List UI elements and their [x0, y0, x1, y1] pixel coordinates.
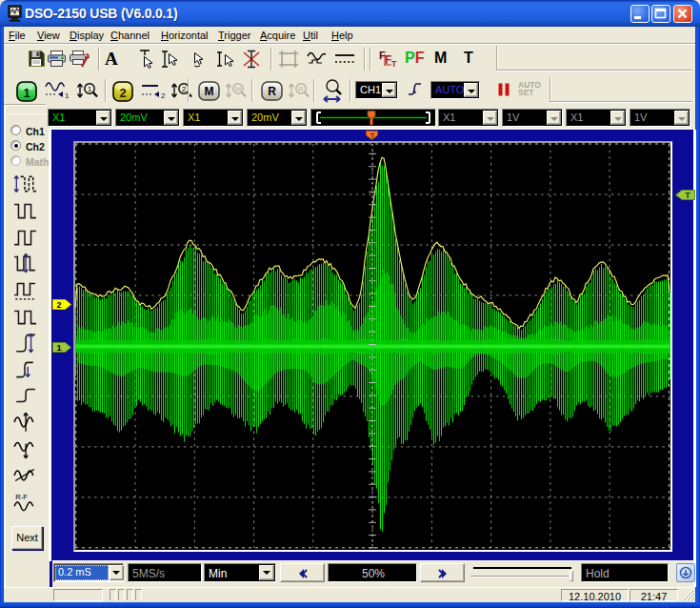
svg-text:2: 2 — [182, 85, 186, 93]
svg-text:1: 1 — [65, 91, 70, 100]
svg-text:M: M — [235, 85, 241, 93]
svg-text:R-F: R-F — [15, 493, 28, 501]
svg-text:2: 2 — [56, 300, 61, 310]
svg-text:R: R — [298, 85, 304, 93]
svg-text:R: R — [268, 85, 276, 98]
svg-text:T: T — [685, 191, 690, 200]
svg-text:2: 2 — [161, 91, 166, 100]
svg-text:1: 1 — [88, 85, 91, 93]
svg-text:T: T — [370, 132, 375, 140]
svg-text:2: 2 — [119, 86, 126, 100]
svg-text:T: T — [391, 59, 397, 69]
svg-text:1: 1 — [56, 343, 61, 353]
svg-text:M: M — [205, 85, 214, 98]
svg-text:1: 1 — [23, 86, 30, 100]
